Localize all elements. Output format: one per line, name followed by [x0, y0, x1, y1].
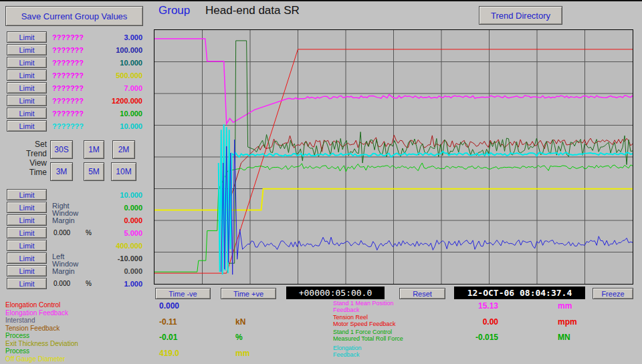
limit-channel-placeholder: ??????? — [52, 33, 84, 41]
trend-time-30s-button[interactable]: 30S — [50, 140, 73, 159]
label-line: Stand 1 Force Control — [333, 329, 403, 335]
limit-value: 100.000 — [116, 46, 142, 54]
limit-value: 1200.000 — [112, 97, 142, 105]
set-trend-view-time-label: Set Trend View Time — [13, 140, 47, 177]
group-name-title: Head-end data SR — [205, 4, 300, 17]
time-minus-button[interactable]: Time -ve — [155, 288, 211, 299]
margin-small-value: 0.000 — [54, 280, 70, 287]
readout-unit: mm — [558, 301, 572, 311]
limit-button[interactable]: Limit — [7, 240, 47, 251]
limit-value: 500.000 — [116, 71, 142, 79]
channel-legend: Elongation Control Elongation Feedback I… — [5, 301, 78, 363]
limit-value: -10.000 — [118, 254, 142, 262]
trend-directory-button[interactable]: Trend Directory — [479, 6, 562, 25]
trend-time-3m-button[interactable]: 3M — [50, 162, 73, 181]
trend-chart — [154, 29, 633, 285]
limit-button[interactable]: Limit — [7, 57, 47, 68]
limit-value: 10.000 — [120, 122, 142, 130]
limit-button[interactable]: Limit — [7, 95, 47, 106]
legend-item: Elongation Control — [5, 301, 78, 309]
readout-unit: MN — [558, 333, 570, 342]
limit-channel-placeholder: ??????? — [52, 97, 84, 105]
limit-button[interactable]: Limit — [7, 189, 47, 200]
label-line: View — [13, 158, 47, 168]
limit-row: Limit ??????? 100.000 — [0, 44, 144, 56]
trend-application-window: Save Current Group Values Group Head-end… — [0, 0, 642, 364]
trend-time-10m-button[interactable]: 10M — [111, 162, 136, 181]
limit-button[interactable]: Limit — [7, 265, 47, 277]
readout-value: 0.000 — [159, 301, 179, 311]
limit-button[interactable]: Limit — [7, 44, 47, 55]
limit-channel-placeholder: ??????? — [52, 46, 84, 54]
legend-item: Tension Feedback — [5, 325, 78, 333]
limit-value: 10.000 — [120, 191, 142, 199]
label-line: Set — [13, 140, 47, 149]
signal-label: Elongation Feedback — [333, 345, 362, 358]
readout-unit: mm — [235, 349, 249, 358]
limit-value: 10.000 — [120, 110, 142, 118]
limit-value: 3.000 — [124, 33, 142, 41]
limit-row: Limit ??????? 7.000 — [0, 82, 144, 94]
legend-item: Exit Thickness Deviation — [5, 340, 78, 348]
trend-time-5m-button[interactable]: 5M — [84, 162, 104, 181]
limit-button[interactable]: Limit — [7, 227, 47, 238]
limit-row: Limit 400.000 — [0, 240, 144, 252]
limit-button[interactable]: Limit — [7, 202, 47, 213]
time-plus-button[interactable]: Time +ve — [221, 288, 276, 299]
trend-time-2m-button[interactable]: 2M — [112, 140, 135, 159]
limit-row: Limit 0.000 % 1.000 — [0, 278, 144, 290]
label-line: Feedback — [333, 307, 394, 313]
limit-row: Limit ??????? 500.000 — [0, 69, 144, 81]
save-group-values-button[interactable]: Save Current Group Values — [5, 6, 143, 26]
label-line: Time — [13, 168, 47, 177]
freeze-button[interactable]: Freeze — [593, 288, 633, 299]
reset-button[interactable]: Reset — [399, 288, 445, 299]
limit-button[interactable]: Limit — [7, 69, 47, 81]
label-line: Tension Reel — [333, 314, 396, 321]
margin-small-value: 0.000 — [54, 229, 70, 236]
label-line: Elongation — [333, 345, 362, 351]
limit-channel-placeholder: ??????? — [52, 59, 84, 67]
limit-button[interactable]: Limit — [7, 252, 47, 264]
percent-label: % — [86, 280, 92, 287]
limit-row: Limit ??????? 3.000 — [0, 31, 144, 43]
limit-channel-placeholder: ??????? — [52, 110, 84, 118]
limit-value: 400.000 — [116, 242, 142, 250]
group-label: Group — [158, 4, 190, 17]
limit-value: 0.000 — [124, 204, 142, 212]
limit-button[interactable]: Limit — [7, 214, 47, 226]
limit-button[interactable]: Limit — [7, 31, 47, 43]
legend-item: Interstand — [5, 317, 78, 325]
readout-value: -0.015 — [438, 333, 498, 342]
limit-row: Limit ??????? 10.000 — [0, 108, 144, 120]
limit-channel-placeholder: ??????? — [52, 71, 84, 79]
window-top-border — [0, 0, 642, 1]
trend-plot — [154, 30, 633, 284]
limit-row: Limit ??????? 10.000 — [0, 57, 144, 69]
limit-row: Limit 10.000 — [0, 189, 144, 201]
left-window-margin-label: Left Window Margin — [52, 253, 78, 275]
limit-channel-placeholder: ??????? — [52, 122, 84, 130]
readout-unit: % — [235, 333, 243, 342]
signal-label: Stand 1 Mean Position Feedback — [333, 300, 394, 313]
limit-button[interactable]: Limit — [7, 82, 47, 94]
limit-value: 0.000 — [124, 216, 142, 224]
label-line: Trend — [13, 149, 47, 158]
signal-label: Stand 1 Force Control Measured Total Rol… — [333, 329, 403, 342]
trend-time-1m-button[interactable]: 1M — [84, 140, 104, 159]
limit-button[interactable]: Limit — [7, 278, 47, 289]
label-line: Stand 1 Mean Position — [333, 300, 394, 307]
readout-value: 0.00 — [438, 317, 498, 327]
readout-value: -0.11 — [159, 317, 177, 327]
legend-item: Elongation Feedback — [5, 309, 78, 317]
limit-button[interactable]: Limit — [7, 108, 47, 119]
right-window-margin-label: Right Window Margin — [52, 202, 78, 224]
limit-row: Limit 0.000 % 5.000 — [0, 227, 144, 239]
limit-button[interactable]: Limit — [7, 120, 47, 132]
legend-item: Process — [5, 347, 78, 355]
datetime-display: 12-OCT-06 08:04:37.4 — [454, 287, 585, 299]
signal-label: Tension Reel Motor Speed Feedback — [333, 314, 396, 327]
label-line: Margin — [52, 217, 78, 224]
limit-value: 5.000 — [124, 229, 142, 237]
readout-value: 15.13 — [438, 301, 498, 311]
